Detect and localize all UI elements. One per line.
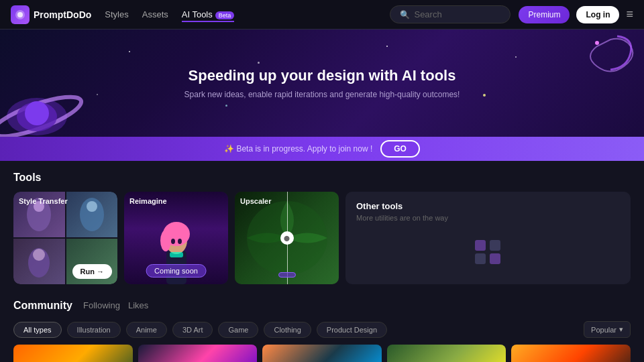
style-thumb-2 (66, 192, 118, 237)
reimagine-card[interactable]: Reimagine (124, 192, 228, 284)
menu-icon[interactable]: ≡ (626, 7, 633, 21)
beta-text: Beta is in progress. Apply to join now ! (236, 144, 372, 154)
tools-grid: Style Transfer Run → (13, 192, 631, 284)
other-tools-title: Other tools (356, 201, 620, 211)
tools-section: Tools Style Transfer (13, 172, 631, 284)
search-icon: 🔍 (400, 10, 410, 19)
upscaler-slider-handle[interactable]: ⬤ (280, 231, 294, 245)
navbar: PromptDoDo Styles Assets AI ToolsBeta 🔍 … (0, 0, 644, 29)
style-transfer-images: Run → (13, 192, 117, 284)
svg-point-10 (87, 201, 97, 212)
upscaler-coming-soon (278, 272, 296, 278)
other-tools-grid-icon (475, 240, 502, 264)
nav-assets[interactable]: Assets (142, 7, 168, 22)
hero-content: Speeding up your design with AI tools Sp… (184, 67, 460, 99)
style-thumb-4: Run → (66, 239, 118, 284)
beta-icon: ✨ (224, 144, 234, 154)
sort-label: Popular (591, 326, 616, 334)
style-transfer-card[interactable]: Style Transfer Run → (13, 192, 117, 284)
filter-bar: All types Illustration Anime 3D Art Game… (13, 321, 631, 338)
gallery-item-4[interactable] (387, 345, 506, 362)
gallery-item-1[interactable] (13, 345, 133, 362)
logo[interactable]: PromptDoDo (11, 5, 91, 24)
filter-clothing[interactable]: Clothing (264, 322, 311, 338)
filter-anime[interactable]: Anime (126, 322, 167, 338)
hero-title: Speeding up your design with AI tools (184, 67, 460, 84)
search-input[interactable] (414, 9, 494, 19)
main-content: Tools Style Transfer (0, 161, 644, 362)
filter-game[interactable]: Game (218, 322, 258, 338)
go-button[interactable]: GO (380, 140, 420, 158)
other-tools-subtitle: More utilities are on the way (356, 214, 620, 222)
hero-section: Speeding up your design with AI tools Sp… (0, 29, 644, 137)
community-section: Community Following Likes All types Illu… (13, 298, 631, 362)
filter-illustration[interactable]: Illustration (67, 322, 121, 338)
hero-subtitle: Spark new ideas, enable rapid iterations… (184, 90, 460, 99)
community-header: Community Following Likes (13, 298, 631, 313)
svg-rect-19 (170, 252, 183, 257)
logo-text: PromptDoDo (34, 9, 91, 20)
style-thumb-3 (13, 239, 65, 284)
filter-product-design[interactable]: Product Design (317, 322, 387, 338)
svg-point-1 (17, 12, 23, 17)
gallery-item-5[interactable] (511, 345, 631, 362)
sort-dropdown[interactable]: Popular ▾ (584, 321, 631, 338)
community-tabs: Following Likes (83, 298, 148, 313)
community-title: Community (13, 300, 72, 312)
gallery-item-3[interactable] (262, 345, 382, 362)
nav-right: Premium Log in ≡ (519, 6, 633, 23)
svg-point-6 (595, 41, 599, 45)
tools-title: Tools (13, 172, 631, 184)
run-button[interactable]: Run → (72, 264, 112, 279)
login-button[interactable]: Log in (576, 6, 619, 23)
gallery-item-2[interactable] (138, 345, 258, 362)
beta-banner-text: ✨ Beta is in progress. Apply to join now… (224, 144, 372, 154)
tab-likes[interactable]: Likes (128, 298, 148, 313)
svg-point-17 (171, 239, 175, 244)
upscaler-card[interactable]: Upscaler ⬤ (235, 192, 339, 284)
svg-point-16 (160, 230, 171, 251)
beta-badge: Beta (215, 11, 235, 19)
beta-banner: ✨ Beta is in progress. Apply to join now… (0, 137, 644, 161)
upscaler-label: Upscaler (240, 197, 271, 205)
search-box[interactable]: 🔍 (390, 5, 511, 23)
svg-point-12 (33, 249, 45, 261)
chevron-down-icon: ▾ (619, 325, 623, 334)
reimagine-label: Reimagine (129, 197, 167, 205)
logo-icon (11, 5, 30, 24)
svg-point-18 (178, 239, 182, 244)
tab-following[interactable]: Following (83, 298, 120, 313)
gallery-row (13, 345, 631, 362)
nav-links: Styles Assets AI ToolsBeta (105, 7, 234, 22)
premium-button[interactable]: Premium (519, 6, 570, 23)
nav-ai-tools[interactable]: AI ToolsBeta (182, 7, 235, 22)
nav-styles[interactable]: Styles (105, 7, 128, 22)
svg-point-5 (25, 101, 49, 125)
style-transfer-label: Style Transfer (19, 197, 68, 205)
other-tools-card[interactable]: Other tools More utilities are on the wa… (345, 192, 631, 284)
filter-all-types[interactable]: All types (13, 322, 62, 338)
reimagine-coming-soon: Coming soon (146, 264, 207, 278)
filter-3d-art[interactable]: 3D Art (172, 322, 213, 338)
